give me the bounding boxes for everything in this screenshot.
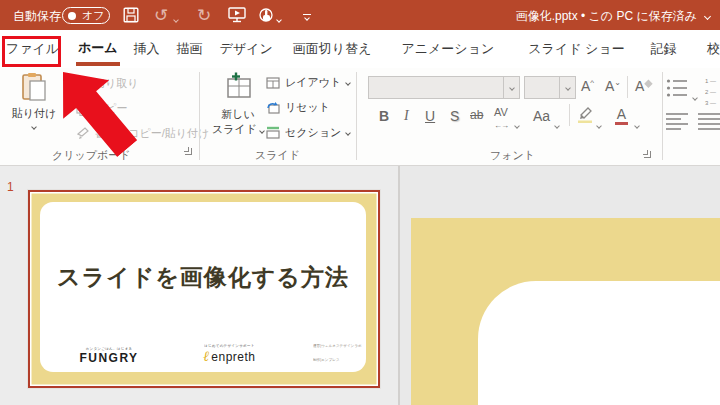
credit-line: 運営|ウェルネスデザインラボ <box>313 343 362 348</box>
tab-draw[interactable]: 描画 <box>177 40 203 58</box>
tab-review[interactable]: 校 <box>707 40 720 58</box>
autosave-state: オフ <box>82 8 105 23</box>
reset-button[interactable]: リセット <box>266 100 330 115</box>
ribbon-tab-row: ファイル ホーム 挿入 描画 デザイン 画面切り替え アニメーション スライド … <box>0 30 720 68</box>
paragraph-group: 1 —2 —3 — <box>663 68 720 166</box>
new-slide-button[interactable]: 新しい スライド <box>212 72 264 137</box>
slide-title: スライドを画像化する方法 <box>40 262 366 293</box>
shrink-font-button[interactable]: A⌄ <box>605 78 621 94</box>
layout-icon <box>266 77 280 89</box>
editor-slide-background[interactable] <box>411 218 720 405</box>
tab-animations[interactable]: アニメーション <box>401 40 494 58</box>
character-spacing-button[interactable]: AV←→ <box>494 106 508 130</box>
font-color-dropdown-icon[interactable] <box>635 114 639 132</box>
tab-transitions[interactable]: 画面切り替え <box>293 40 372 58</box>
new-slide-icon <box>223 72 253 102</box>
reset-icon <box>266 101 280 114</box>
undo-icon[interactable]: ↺ <box>150 5 172 25</box>
slide-editor-pane[interactable] <box>400 166 720 405</box>
bullets-icon <box>666 78 688 98</box>
qat-overflow-icon[interactable] <box>296 7 318 27</box>
enpreth-logo-mark: ℓ <box>203 348 209 365</box>
slides-group-label: スライド <box>255 148 300 163</box>
change-case-dropdown-icon[interactable] <box>555 114 559 132</box>
font-name-dropdown-icon[interactable] <box>503 77 519 98</box>
bullets-button[interactable] <box>666 78 688 98</box>
font-size-dropdown-icon[interactable] <box>559 77 575 98</box>
justify-button[interactable] <box>698 112 720 130</box>
toggle-knob <box>68 12 76 20</box>
strikethrough-button[interactable]: ab <box>470 108 483 122</box>
document-title[interactable]: 画像化.pptx • この PC に保存済み <box>516 8 710 25</box>
slide-1-thumbnail[interactable]: スライドを画像化する方法 カンタンごはん、はじまる FUNGRY はじめてのデザ… <box>28 190 380 388</box>
section-icon <box>266 126 280 139</box>
highlight-color-button[interactable] <box>577 106 593 123</box>
touch-mode-dropdown-icon[interactable] <box>274 10 284 30</box>
font-dialog-launcher-icon[interactable] <box>643 150 653 160</box>
slide-number: 1 <box>7 180 14 194</box>
tab-design[interactable]: デザイン <box>220 40 273 58</box>
font-color-button[interactable]: A <box>615 106 628 125</box>
paste-dropdown-icon <box>31 124 37 130</box>
section-dropdown-icon <box>345 130 351 136</box>
justify-icon <box>698 112 720 130</box>
slideshow-from-start-icon[interactable] <box>226 5 248 25</box>
fungry-logo-text: FUNGRY <box>79 351 138 365</box>
autosave-label: 自動保存 <box>13 8 61 25</box>
title-bar: 自動保存 オフ ↺ ↻ 画像化.pptx • この PC に保存済み <box>0 0 720 30</box>
clear-formatting-button[interactable]: A <box>635 78 650 94</box>
numbering-icon[interactable]: 1 —2 —3 — <box>705 76 716 108</box>
file-tab-highlight-box <box>2 36 61 67</box>
fungry-tagline: カンタンごはん、はじまる <box>86 346 133 351</box>
editor-slide-card[interactable] <box>478 281 720 405</box>
workspace: 1 スライドを画像化する方法 カンタンごはん、はじまる FUNGRY はじめての… <box>0 166 720 405</box>
bold-button[interactable]: B <box>379 108 389 124</box>
highlight-pen-icon <box>577 106 593 123</box>
grow-font-button[interactable]: A^ <box>581 78 594 94</box>
undo-dropdown-icon[interactable] <box>171 10 181 30</box>
new-slide-dropdown-icon <box>259 128 265 134</box>
slides-group: 新しい スライド レイアウト リセット セクション スライド <box>200 68 355 166</box>
tab-slideshow[interactable]: スライド ショー <box>528 40 624 58</box>
slide-credits: 運営|ウェルネスデザインラボ 制作|エンプレス <box>240 339 362 366</box>
highlight-dropdown-icon[interactable] <box>597 114 601 132</box>
align-left-icon <box>666 112 688 130</box>
slide-content-card: スライドを画像化する方法 カンタンごはん、はじまる FUNGRY はじめてのデザ… <box>40 202 366 372</box>
save-icon[interactable] <box>120 5 142 25</box>
align-left-button[interactable] <box>666 112 688 130</box>
font-size-combobox[interactable] <box>524 76 576 99</box>
underline-button[interactable]: U <box>425 108 435 124</box>
autosave-toggle[interactable]: オフ <box>62 7 110 24</box>
font-group-label: フォント <box>490 148 535 163</box>
layout-dropdown-icon <box>345 80 351 86</box>
character-spacing-dropdown-icon[interactable] <box>515 114 519 132</box>
title-dropdown-icon <box>704 13 711 20</box>
credit-line: 制作|エンプレス <box>313 357 362 362</box>
clipboard-dialog-launcher-icon[interactable] <box>184 147 194 157</box>
tab-record[interactable]: 記録 <box>651 40 677 58</box>
font-color-swatch <box>615 122 628 125</box>
redo-icon[interactable]: ↻ <box>193 5 215 25</box>
section-button[interactable]: セクション <box>266 125 350 140</box>
text-shadow-button[interactable]: S <box>450 108 459 124</box>
slide-thumbnail-panel[interactable]: 1 スライドを画像化する方法 カンタンごはん、はじまる FUNGRY はじめての… <box>0 166 398 405</box>
fungry-logo: カンタンごはん、はじまる FUNGRY <box>57 340 161 365</box>
font-group: A^ A⌄ A B I U S ab AV←→ Aa A フォント <box>357 68 662 166</box>
bullets-dropdown-icon[interactable] <box>693 86 697 104</box>
tab-insert[interactable]: 挿入 <box>134 40 160 58</box>
font-name-combobox[interactable] <box>368 76 520 99</box>
layout-button[interactable]: レイアウト <box>266 75 350 90</box>
change-case-button[interactable]: Aa <box>533 108 550 124</box>
italic-button[interactable]: I <box>404 108 409 124</box>
